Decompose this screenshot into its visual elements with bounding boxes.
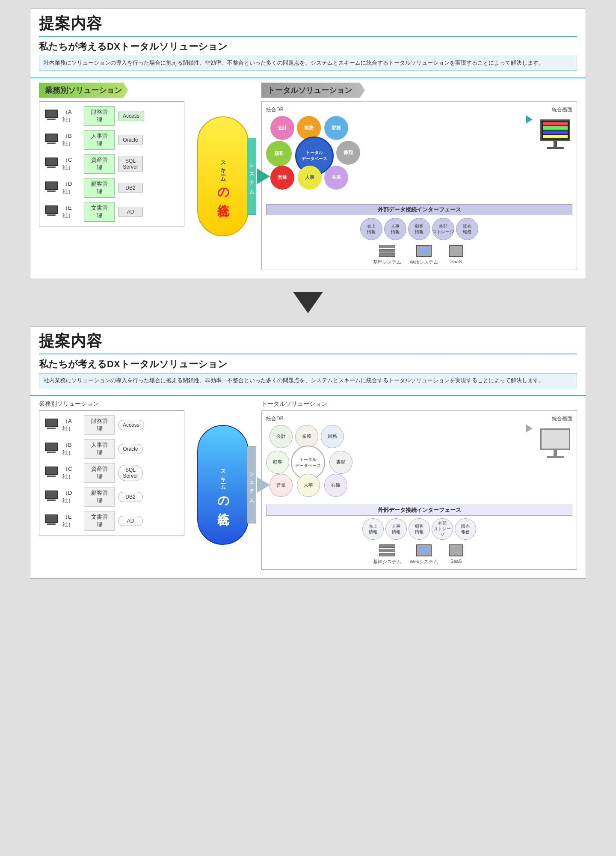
company-row-e: （E社） 文書管理 AD <box>44 202 180 222</box>
s2-ext-title: 外部データ接続インターフェース <box>266 505 572 516</box>
s2-server-kikan: 基幹システム <box>373 543 401 565</box>
company-row-d: （D社） 顧客管理 DB2 <box>44 178 180 198</box>
company-list-2: （A社） 財務管理 Access （B社） 人事管理 Oracle <box>39 410 184 535</box>
slide-2-subtitle: 私たちが考えるDXトータルソリューション <box>39 358 577 371</box>
dept-box-e: 文書管理 <box>84 202 115 222</box>
s2-company-label-b: （B社） <box>62 441 80 457</box>
s2-company-row-a: （A社） 財務管理 Access <box>44 415 180 435</box>
s2-monitor-icon <box>538 428 572 458</box>
company-label-c: （C社） <box>62 156 80 172</box>
slide-1-header: 提案内容 私たちが考えるDXトータルソリューション 社内業務にソリューションの導… <box>30 9 586 78</box>
left-panel-2: 業務別ソリューション （A社） 財務管理 Access <box>39 400 184 570</box>
s2-ext-bubble-jinji: 人事情報 <box>385 518 407 540</box>
sys-bar-2-text: シ ス テ ム <box>249 469 255 501</box>
s2-company-label-e: （E社） <box>62 513 80 529</box>
ext-bubble-jinji: 人事情報 <box>384 218 406 240</box>
s2-bubble-to-monitor-arrow <box>524 424 535 433</box>
s2-bubble-area: 会計 業務 財務 顧客 トータル データベース 書類 営業 人事 在庫 <box>266 424 520 501</box>
tl-left-2: 会計 業務 財務 顧客 トータル データベース 書類 営業 人事 在庫 <box>266 424 520 501</box>
s2-pc-icon-b <box>44 443 59 455</box>
total-line1: トータル <box>306 150 323 156</box>
s2-rack-2 <box>379 549 395 552</box>
s2-ext-bubble-storage: 外部ストレージ <box>432 518 453 540</box>
company-label-d: （D社） <box>62 180 80 196</box>
center-panel-2: スキーム の統合 シ ス テ ム <box>189 400 257 570</box>
s2-company-label-c: （C社） <box>62 465 80 481</box>
arrow-icon <box>526 115 533 124</box>
ext-bubble-uriage: 売上情報 <box>360 218 382 240</box>
server-web: Webシステム <box>410 244 438 265</box>
s2-bubble-kaikei: 会計 <box>270 425 293 448</box>
pc-base-e <box>47 214 56 216</box>
company-row-c: （C社） 資産管理 SQLServer <box>44 154 180 174</box>
monitor-bars-1 <box>543 122 568 138</box>
s2-total-line1: トータル <box>299 457 317 463</box>
ext-bubble-kokyaku: 顧客情報 <box>408 218 430 240</box>
right-panel-2: トータルソリューション 統合DB 統合画面 会計 業務 財務 顧客 ト <box>261 400 577 570</box>
bubble-kokyaku: 顧客 <box>266 141 292 166</box>
slide-1-header-line <box>39 36 577 37</box>
bubble-shorui: 書類 <box>336 141 360 165</box>
s2-pc-screen-c <box>45 467 58 475</box>
db-badge-e: AD <box>118 207 143 217</box>
monitor-icon-1 <box>538 119 572 149</box>
bubble-kaikei: 会計 <box>270 116 294 140</box>
s2-pc-screen-e <box>45 514 58 523</box>
s2-kikan-racks <box>379 544 395 556</box>
s2-company-label-a: （A社） <box>62 417 80 433</box>
right-panel-1: トータルソリューション 統合DB 統合画面 会計 業務 財務 顧客 <box>261 83 577 270</box>
db-badge-d: DB2 <box>118 183 143 193</box>
s2-dept-box-e: 文書管理 <box>84 511 115 531</box>
s2-server-kikan-icon <box>378 543 397 558</box>
s2-db-badge-c: SQLServer <box>118 465 143 481</box>
s2-ext-bubble-hanbai: 販売報務 <box>455 518 476 540</box>
pc-screen-a <box>45 110 58 118</box>
pc-base-d <box>47 190 56 192</box>
slide-1-subtitle: 私たちが考えるDXトータルソリューション <box>39 40 577 53</box>
s2-ext-bubble-kokyaku: 顧客情報 <box>409 518 430 540</box>
company-label-b: （B社） <box>62 132 80 148</box>
s2-pc-icon-a <box>44 419 59 431</box>
pc-icon-b <box>44 134 59 146</box>
oval-container-2: スキーム の統合 シ ス テ ム <box>197 425 249 545</box>
pc-screen-e <box>45 205 58 214</box>
left-panel-1: 業務別ソリューション （A社） 財務管理 Access <box>39 83 184 270</box>
s2-db-badge-b: Oracle <box>118 444 143 454</box>
server-web-icon <box>415 244 433 258</box>
oval-label-scheme: スキーム <box>219 157 227 179</box>
s2-dept-box-d: 顧客管理 <box>84 487 115 507</box>
company-list-1: （A社） 財務管理 Access （B社） 人事管理 Oracle <box>39 101 184 226</box>
pc-icon-e <box>44 205 59 218</box>
s2-pc-base-b <box>47 452 56 453</box>
system-bars-1: シ ス テ ム <box>247 138 256 215</box>
bubble-eigyo: 営業 <box>270 166 294 190</box>
s2-company-label-d: （D社） <box>62 489 80 505</box>
pc-screen-c <box>45 158 58 166</box>
pc-icon-a <box>44 110 59 122</box>
s2-db-badge-d: DB2 <box>118 492 143 502</box>
left-panel-title-1: 業務別ソリューション <box>39 83 128 98</box>
rack-2 <box>379 249 395 253</box>
s2-ext-bubbles: 売上情報 人事情報 顧客情報 外部ストレージ 販売報務 <box>266 518 572 540</box>
s2-ext-section: 外部データ接続インターフェース 売上情報 人事情報 顧客情報 外部ストレージ 販… <box>266 505 572 565</box>
s2-company-row-d: （D社） 顧客管理 DB2 <box>44 487 180 507</box>
company-row-a: （A社） 財務管理 Access <box>44 106 180 126</box>
company-row-b: （B社） 人事管理 Oracle <box>44 130 180 150</box>
db-header-left-1: 統合DB <box>266 106 284 113</box>
ext-title-1: 外部データ接続インターフェース <box>266 204 572 215</box>
dept-box-c: 資産管理 <box>84 154 115 174</box>
s2-web-monitor <box>416 544 432 556</box>
s2-pc-screen-a <box>45 419 58 427</box>
s2-server-web: Webシステム <box>410 543 438 565</box>
s2-pc-screen-b <box>45 443 58 451</box>
s2-arrow-icon <box>526 424 533 433</box>
s2-pc-base-a <box>47 428 56 429</box>
s2-pc-base-d <box>47 499 56 501</box>
slide-2-title: 提案内容 <box>39 331 577 352</box>
s2-db-badge-e: AD <box>118 516 143 526</box>
s2-bubble-eigyo: 営業 <box>270 474 293 497</box>
dept-box-a: 財務管理 <box>84 106 115 126</box>
monitor-stand-1 <box>554 141 557 147</box>
s2-db-header-left: 統合DB <box>266 415 284 422</box>
s2-rack-1 <box>379 544 395 548</box>
